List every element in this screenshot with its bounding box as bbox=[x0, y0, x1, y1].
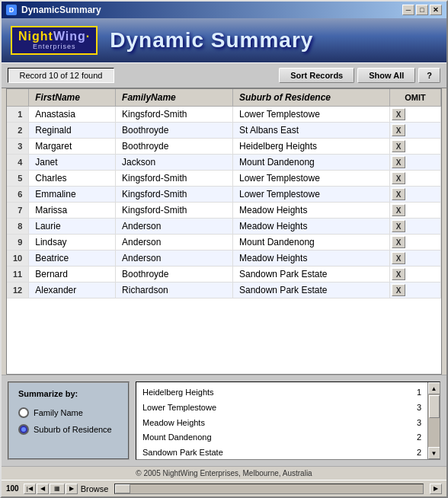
omit-button[interactable]: X bbox=[392, 108, 405, 120]
logo-text: NightWing· bbox=[18, 30, 90, 43]
title-bar-left: D DynamicSummary bbox=[6, 5, 101, 15]
copyright-text: © 2005 NightWing Enterprises, Melbourne,… bbox=[136, 469, 312, 477]
nav-first-button[interactable]: |◀ bbox=[24, 484, 36, 494]
maximize-button[interactable]: □ bbox=[416, 5, 428, 15]
row-num-cell: 4 bbox=[7, 155, 29, 171]
logo-dot: · bbox=[86, 30, 90, 43]
omit-cell: X bbox=[390, 251, 441, 267]
cell-first: Alexander bbox=[29, 283, 116, 298]
omit-cell: X bbox=[390, 171, 441, 187]
summary-count: 1 bbox=[417, 385, 421, 401]
col-header-familyname: FamilyName bbox=[116, 89, 233, 107]
radio-suburb-circle[interactable] bbox=[18, 424, 29, 435]
cell-first: Lindsay bbox=[29, 235, 116, 251]
omit-button[interactable]: X bbox=[392, 188, 405, 200]
row-num-cell: 3 bbox=[7, 139, 29, 155]
cell-suburb: Meadow Heights bbox=[233, 219, 390, 235]
summary-list-item: Lower Templestowe3 bbox=[142, 401, 421, 416]
table-row: 12AlexanderRichardsonSandown Park Estate… bbox=[7, 283, 441, 298]
sort-records-button[interactable]: Sort Records bbox=[279, 68, 354, 83]
table-row: 5CharlesKingsford-SmithLower Templestowe… bbox=[7, 171, 441, 187]
cell-family: Kingsford-Smith bbox=[116, 171, 233, 187]
omit-button[interactable]: X bbox=[392, 172, 405, 184]
zoom-level: 100 bbox=[6, 484, 19, 493]
app-icon: D bbox=[6, 5, 17, 15]
omit-cell: X bbox=[390, 203, 441, 219]
scroll-up-arrow[interactable]: ▲ bbox=[428, 382, 440, 394]
table-row: 1AnastasiaKingsford-SmithLower Templesto… bbox=[7, 107, 441, 123]
cell-suburb: Mount Dandenong bbox=[233, 235, 390, 251]
summary-suburb-label: Sandown Park Estate bbox=[142, 445, 223, 460]
toolbar: Record 10 of 12 found Sort Records Show … bbox=[2, 62, 446, 88]
omit-button[interactable]: X bbox=[392, 204, 405, 216]
scroll-down-arrow[interactable]: ▼ bbox=[428, 447, 440, 459]
omit-button[interactable]: X bbox=[392, 156, 405, 168]
show-all-button[interactable]: Show All bbox=[357, 68, 415, 83]
summary-list-item: Heidelberg Heights1 bbox=[142, 385, 421, 401]
omit-cell: X bbox=[390, 235, 441, 251]
omit-button[interactable]: X bbox=[392, 236, 405, 248]
summary-list: Heidelberg Heights1Lower Templestowe3Mea… bbox=[136, 382, 427, 459]
title-bar: D DynamicSummary ─ □ ✕ bbox=[2, 2, 446, 18]
radio-family-name-circle[interactable] bbox=[18, 407, 29, 418]
summary-suburb-label: Lower Templestowe bbox=[142, 401, 216, 416]
omit-button[interactable]: X bbox=[392, 284, 405, 296]
scroll-thumb[interactable] bbox=[429, 395, 440, 418]
cell-family: Anderson bbox=[116, 251, 233, 267]
row-num-cell: 10 bbox=[7, 251, 29, 267]
cell-suburb: Meadow Heights bbox=[233, 203, 390, 219]
col-header-suburb: Suburb of Residence bbox=[233, 89, 390, 107]
cell-family: Boothroyde bbox=[116, 123, 233, 139]
cell-first: Janet bbox=[29, 155, 116, 171]
cell-family: Kingsford-Smith bbox=[116, 107, 233, 123]
radio-suburb[interactable]: Suburb of Residence bbox=[18, 424, 119, 435]
row-num-cell: 7 bbox=[7, 203, 29, 219]
cell-suburb: Sandown Park Estate bbox=[233, 267, 390, 283]
radio-family-name[interactable]: Family Name bbox=[18, 407, 119, 418]
omit-button[interactable]: X bbox=[392, 140, 405, 152]
summary-data-box: Heidelberg Heights1Lower Templestowe3Mea… bbox=[136, 381, 440, 460]
h-scroll-thumb[interactable] bbox=[115, 484, 130, 493]
nav-icon: ▦ bbox=[50, 484, 65, 494]
cell-suburb: St Albans East bbox=[233, 123, 390, 139]
cell-family: Anderson bbox=[116, 219, 233, 235]
summary-count: 2 bbox=[417, 430, 421, 445]
omit-button[interactable]: X bbox=[392, 124, 405, 136]
close-button[interactable]: ✕ bbox=[430, 5, 442, 15]
col-header-firstname: FirstName bbox=[29, 89, 116, 107]
omit-button[interactable]: X bbox=[392, 268, 405, 280]
logo-enterprises: Enterprises bbox=[33, 43, 76, 50]
omit-button[interactable]: X bbox=[392, 252, 405, 264]
logo-wing: Wing bbox=[53, 30, 86, 43]
radio-suburb-label: Suburb of Residence bbox=[34, 425, 112, 434]
omit-button[interactable]: X bbox=[392, 220, 405, 232]
summarize-label: Summarize by: bbox=[18, 389, 119, 398]
table-row: 9LindsayAndersonMount DandenongX bbox=[7, 235, 441, 251]
table-row: 11BernardBoothroydeSandown Park EstateX bbox=[7, 267, 441, 283]
table-body: 1AnastasiaKingsford-SmithLower Templesto… bbox=[7, 107, 441, 298]
summary-scrollbar: ▲ ▼ bbox=[427, 382, 440, 459]
browse-mode: Browse bbox=[81, 484, 109, 493]
banner: NightWing· Enterprises Dynamic Summary bbox=[2, 18, 446, 62]
minimize-button[interactable]: ─ bbox=[402, 5, 414, 15]
cell-family: Kingsford-Smith bbox=[116, 187, 233, 203]
omit-cell: X bbox=[390, 283, 441, 298]
col-header-num bbox=[7, 89, 29, 107]
row-num-cell: 8 bbox=[7, 219, 29, 235]
help-button[interactable]: ? bbox=[418, 68, 440, 83]
cell-first: Margaret bbox=[29, 139, 116, 155]
omit-cell: X bbox=[390, 155, 441, 171]
omit-cell: X bbox=[390, 219, 441, 235]
table-row: 8LaurieAndersonMeadow HeightsX bbox=[7, 219, 441, 235]
nav-buttons: |◀ ◀ ▦ ▶ bbox=[24, 484, 78, 494]
nav-next-button[interactable]: ▶ bbox=[66, 484, 78, 494]
summary-list-item: Meadow Heights3 bbox=[142, 416, 421, 431]
scroll-right-button[interactable]: ▶ bbox=[430, 484, 442, 494]
nav-prev-button[interactable]: ◀ bbox=[37, 484, 49, 494]
row-num-cell: 5 bbox=[7, 171, 29, 187]
summary-list-item: Sandown Park Estate2 bbox=[142, 445, 421, 460]
summary-panel: Summarize by: Family Name Suburb of Resi… bbox=[2, 375, 446, 466]
omit-cell: X bbox=[390, 123, 441, 139]
horizontal-scrollbar[interactable] bbox=[114, 484, 424, 494]
cell-suburb: Lower Templestowe bbox=[233, 107, 390, 123]
